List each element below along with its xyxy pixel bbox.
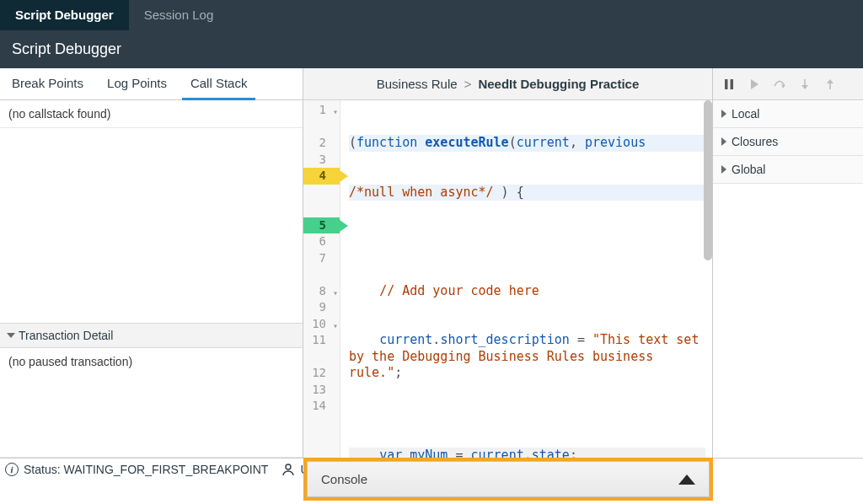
chevron-right-icon: [721, 165, 726, 174]
transaction-detail-header[interactable]: Transaction Detail: [0, 323, 303, 348]
gutter[interactable]: 1▾2345678▾910▾11121314: [303, 100, 340, 458]
svg-marker-2: [751, 79, 758, 89]
console-toggle[interactable]: Console: [307, 461, 710, 497]
scope-global-label: Global: [732, 163, 765, 176]
chevron-right-icon: [721, 110, 726, 118]
transaction-empty: (no paused transaction): [0, 348, 303, 458]
scope-closures[interactable]: Closures: [713, 128, 863, 156]
tab-script-debugger[interactable]: Script Debugger: [0, 0, 129, 30]
pause-button[interactable]: [721, 77, 737, 92]
svg-marker-5: [801, 85, 808, 89]
status-text: Status: WAITING_FOR_FIRST_BREAKPOINT: [24, 463, 268, 476]
debug-controls: [713, 68, 863, 100]
callstack-empty: (no callstack found): [0, 100, 303, 128]
chevron-right-icon: [721, 137, 726, 146]
svg-rect-0: [725, 79, 728, 89]
tab-breakpoints[interactable]: Break Points: [0, 68, 95, 99]
center-panel: Business Rule > NeedIt Debugging Practic…: [303, 68, 713, 458]
right-panel: Local Closures Global: [713, 68, 863, 458]
svg-marker-7: [827, 79, 834, 83]
breadcrumb-current: NeedIt Debugging Practice: [478, 77, 639, 91]
svg-rect-1: [731, 79, 734, 89]
tab-logpoints[interactable]: Log Points: [95, 68, 179, 99]
scrollbar[interactable]: [704, 100, 712, 260]
breadcrumb-root[interactable]: Business Rule: [377, 77, 458, 91]
left-panel: Break Points Log Points Call Stack (no c…: [0, 68, 303, 458]
info-icon: i: [5, 463, 19, 476]
user-icon: [281, 463, 295, 476]
code-editor[interactable]: 1▾2345678▾910▾11121314 (function execute…: [303, 100, 712, 458]
step-over-button[interactable]: [772, 77, 787, 92]
tab-session-log[interactable]: Session Log: [129, 0, 229, 30]
tab-callstack[interactable]: Call Stack: [179, 68, 260, 99]
resume-button[interactable]: [747, 77, 762, 92]
scope-local-label: Local: [732, 107, 759, 121]
status-segment: i Status: WAITING_FOR_FIRST_BREAKPOINT: [5, 463, 268, 476]
callstack-body: (no callstack found) Transaction Detail …: [0, 100, 303, 458]
scope-closures-label: Closures: [732, 135, 778, 148]
svg-point-8: [286, 464, 291, 469]
console-label: Console: [321, 472, 367, 486]
step-into-button[interactable]: [797, 77, 812, 92]
step-out-button[interactable]: [823, 77, 838, 92]
main: Break Points Log Points Call Stack (no c…: [0, 68, 863, 458]
chevron-up-icon: [678, 475, 695, 485]
top-tabs: Script Debugger Session Log: [0, 0, 863, 30]
scope-local[interactable]: Local: [713, 100, 863, 128]
console-highlight: Console: [303, 458, 713, 501]
transaction-detail-label: Transaction Detail: [19, 329, 113, 342]
breadcrumb: Business Rule > NeedIt Debugging Practic…: [303, 68, 712, 100]
left-tabs: Break Points Log Points Call Stack: [0, 68, 303, 100]
code-area[interactable]: (function executeRule(current, previous …: [340, 100, 712, 458]
page-title: Script Debugger: [0, 30, 863, 68]
scope-global[interactable]: Global: [713, 156, 863, 184]
breadcrumb-sep: >: [464, 77, 472, 91]
chevron-down-icon: [7, 333, 15, 338]
